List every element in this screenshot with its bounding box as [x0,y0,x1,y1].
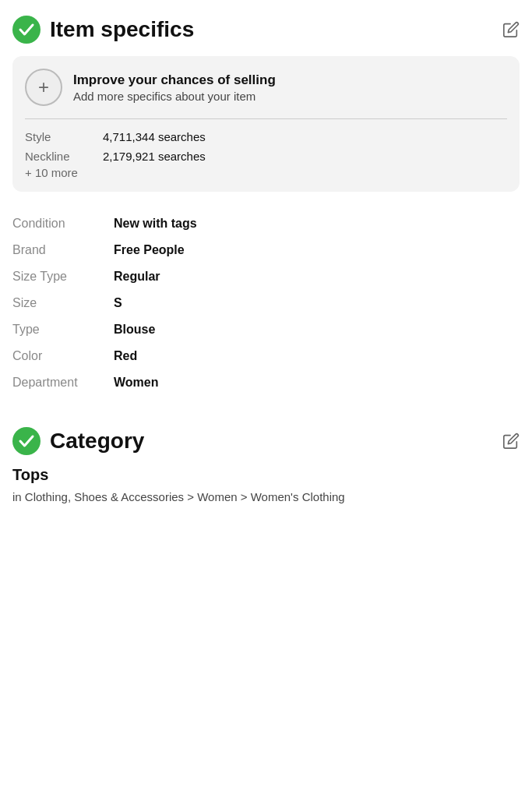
specific-field-value: Red [114,349,137,363]
more-specifics-link[interactable]: + 10 more [25,166,507,179]
improve-title: Improve your chances of selling [73,72,276,88]
specific-row[interactable]: TypeBlouse [12,316,520,343]
category-header-left: Category [12,427,144,455]
category-check-circle-icon [12,427,41,455]
search-stat-label: Style [25,130,103,143]
item-specifics-edit-icon[interactable] [502,21,520,38]
specific-field-label: Color [12,349,114,363]
search-stat-value: 2,179,921 searches [103,150,206,163]
banner-divider [25,118,507,119]
specific-field-value: New with tags [114,217,197,231]
specific-field-label: Brand [12,243,114,257]
svg-point-1 [12,427,41,455]
specific-field-value: Free People [114,243,185,257]
search-stats: Style4,711,344 searchesNeckline2,179,921… [25,130,507,163]
item-specifics-title: Item specifics [50,17,194,42]
specific-field-label: Size Type [12,270,114,284]
search-stat-row: Neckline2,179,921 searches [25,150,507,163]
svg-point-0 [12,16,41,44]
specific-row[interactable]: ConditionNew with tags [12,210,520,237]
specific-field-value: S [114,296,122,310]
specific-row[interactable]: DepartmentWomen [12,369,520,396]
improve-banner[interactable]: + Improve your chances of selling Add mo… [12,56,520,192]
category-breadcrumb: in Clothing, Shoes & Accessories > Women… [12,489,520,507]
specific-field-label: Department [12,376,114,390]
category-edit-icon[interactable] [502,433,520,450]
specifics-list: ConditionNew with tagsBrandFree PeopleSi… [12,210,520,396]
search-stat-label: Neckline [25,150,103,163]
specific-field-label: Condition [12,217,114,231]
improve-subtitle: Add more specifics about your item [73,90,276,103]
specific-field-label: Size [12,296,114,310]
improve-text-block: Improve your chances of selling Add more… [73,72,276,103]
specific-field-value: Women [114,376,158,390]
category-section: Category Tops in Clothing, Shoes & Acces… [12,427,520,507]
specific-row[interactable]: ColorRed [12,343,520,369]
specific-row[interactable]: BrandFree People [12,237,520,263]
category-title: Category [50,429,144,454]
category-header: Category [12,427,520,455]
improve-banner-top: + Improve your chances of selling Add mo… [25,69,507,106]
specific-row[interactable]: Size TypeRegular [12,263,520,290]
header-left: Item specifics [12,16,194,44]
add-specifics-button[interactable]: + [25,69,62,106]
check-circle-icon [12,16,41,44]
specific-field-value: Regular [114,270,160,284]
specific-field-label: Type [12,323,114,337]
specific-field-value: Blouse [114,323,155,337]
item-specifics-header: Item specifics [12,16,520,44]
search-stat-value: 4,711,344 searches [103,130,206,143]
specific-row[interactable]: SizeS [12,290,520,316]
category-main: Tops [12,466,520,484]
page-container: Item specifics + Improve your chances of… [0,0,532,522]
search-stat-row: Style4,711,344 searches [25,130,507,143]
